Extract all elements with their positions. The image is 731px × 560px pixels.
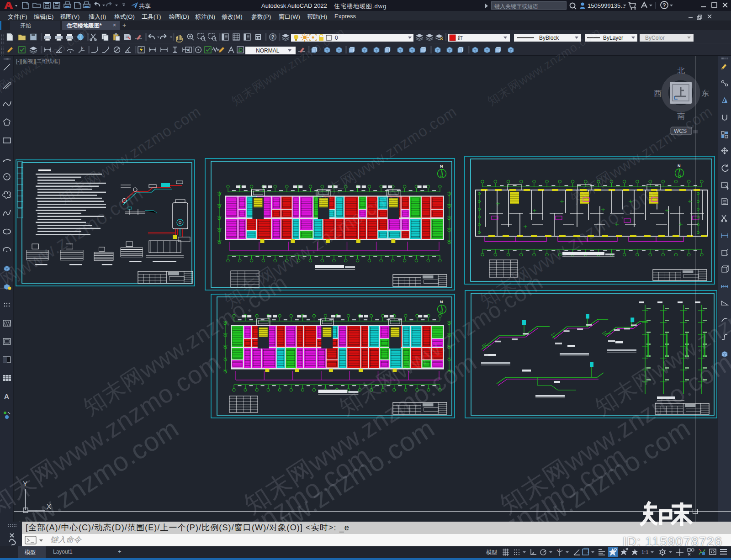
svg-text:模型: 模型: [486, 549, 497, 555]
svg-text:A: A: [4, 392, 9, 400]
svg-text:X: X: [47, 502, 51, 510]
svg-text:●: ●: [187, 48, 189, 53]
svg-text:ByColor: ByColor: [645, 35, 665, 41]
svg-text:东: 东: [701, 89, 709, 98]
svg-text:0: 0: [335, 35, 338, 41]
svg-text:N: N: [440, 164, 443, 169]
svg-text:南: 南: [677, 112, 685, 121]
svg-text:x: x: [82, 47, 84, 50]
svg-text:西: 西: [654, 89, 662, 98]
svg-text:?: ?: [271, 35, 274, 40]
svg-text:WCS: WCS: [674, 128, 687, 134]
svg-text:北: 北: [677, 66, 685, 75]
svg-text:?: ?: [662, 2, 666, 9]
svg-text:Y: Y: [23, 480, 27, 487]
svg-text:红: 红: [457, 35, 463, 41]
svg-text:1:1: 1:1: [641, 549, 648, 555]
svg-text:N: N: [440, 300, 443, 304]
svg-text:N: N: [678, 164, 681, 168]
svg-text:ByBlock: ByBlock: [539, 35, 559, 41]
svg-text:ByLayer: ByLayer: [603, 35, 623, 41]
svg-text:NORMAL: NORMAL: [256, 48, 280, 54]
